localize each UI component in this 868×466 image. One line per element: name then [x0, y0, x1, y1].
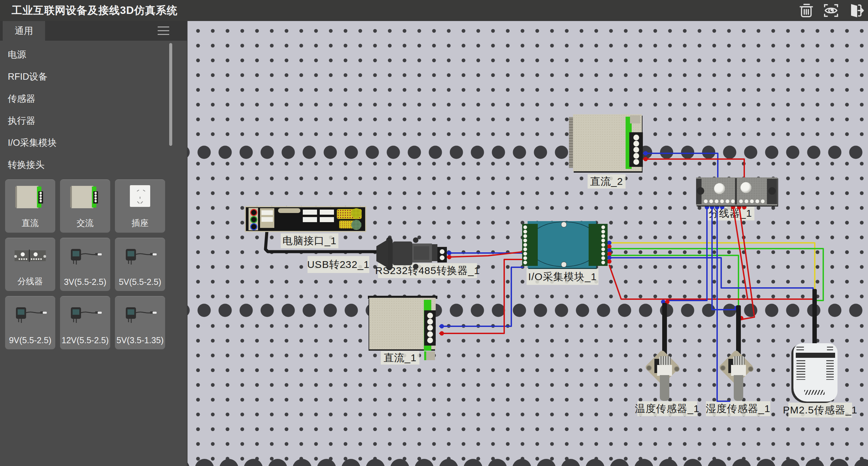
sidebar-item-0[interactable]: 电源: [0, 43, 187, 65]
dc-thumbnail: [60, 182, 110, 214]
palette-card-label: 5V(3.5-1.35): [115, 335, 165, 345]
app-window: 直流_2 分线器_1 电脑接口_1 USB转232_1 RS232转485转换器…: [0, 0, 868, 466]
sidebar-item-5[interactable]: 转换接头: [0, 154, 187, 176]
palette-card-label: 5V(5.5-2.5): [115, 277, 165, 287]
palette-card-dc-1[interactable]: 交流: [60, 179, 110, 233]
sidebar-item-3[interactable]: 执行器: [0, 110, 187, 132]
sidebar-item-1[interactable]: RFID设备: [0, 65, 187, 88]
component-palette: 直流 交流 插座 分线器 3V(5.5-2.5) 5V(5.5-2.5) 9V(…: [5, 179, 182, 349]
menu-scrollbar[interactable]: [169, 43, 172, 146]
palette-card-label: 分线器: [5, 276, 55, 287]
palette-card-adapter-8[interactable]: 5V(3.5-1.35): [115, 296, 165, 349]
adapter-thumbnail: [115, 298, 165, 331]
sidebar: 通用 电源RFID设备传感器执行器I/O采集模块转换接头 直流 交流 插座 分线…: [0, 21, 188, 466]
menu-icon[interactable]: [158, 26, 169, 35]
palette-card-splitter-3[interactable]: 分线器: [5, 238, 55, 291]
adapter-thumbnail: [60, 298, 110, 331]
sidebar-tab-bar: 通用: [0, 21, 187, 41]
delete-icon[interactable]: [797, 1, 816, 20]
exit-icon[interactable]: [846, 1, 865, 20]
palette-card-adapter-7[interactable]: 12V(5.5-2.5): [60, 296, 110, 349]
palette-card-label: 交流: [60, 217, 110, 229]
adapter-thumbnail: [5, 298, 55, 331]
view-icon[interactable]: [821, 1, 841, 20]
splitter-thumbnail: [5, 240, 55, 273]
palette-card-adapter-4[interactable]: 3V(5.5-2.5): [60, 238, 110, 291]
palette-card-label: 3V(5.5-2.5): [60, 277, 110, 287]
palette-card-adapter-6[interactable]: 9V(5.5-2.5): [5, 296, 55, 349]
sidebar-item-2[interactable]: 传感器: [0, 88, 187, 110]
tab-general[interactable]: 通用: [3, 21, 45, 41]
palette-card-socket-2[interactable]: 插座: [115, 179, 165, 233]
palette-card-label: 插座: [115, 217, 165, 229]
adapter-thumbnail: [115, 240, 165, 273]
palette-card-label: 直流: [5, 217, 55, 229]
top-bar: 工业互联网设备及接线3D仿真系统: [0, 0, 868, 21]
category-menu: 电源RFID设备传感器执行器I/O采集模块转换接头: [0, 43, 187, 176]
palette-card-label: 12V(5.5-2.5): [60, 335, 110, 345]
app-title: 工业互联网设备及接线3D仿真系统: [12, 3, 178, 18]
adapter-thumbnail: [60, 240, 110, 273]
sidebar-item-4[interactable]: I/O采集模块: [0, 132, 187, 154]
dc-thumbnail: [5, 182, 55, 214]
palette-card-adapter-5[interactable]: 5V(5.5-2.5): [115, 238, 165, 291]
palette-card-dc-0[interactable]: 直流: [5, 179, 55, 233]
palette-card-label: 9V(5.5-2.5): [5, 335, 55, 345]
socket-thumbnail: [115, 182, 165, 214]
